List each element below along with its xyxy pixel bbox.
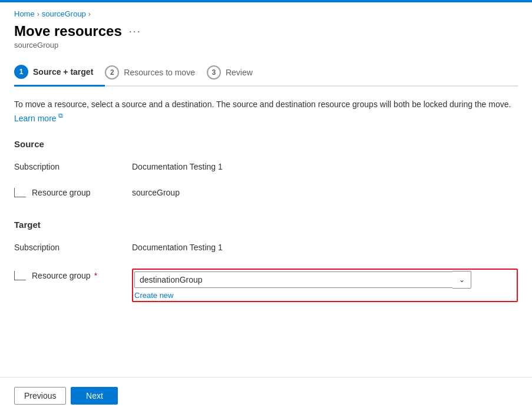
target-resource-group-label-container: Resource group * bbox=[14, 271, 132, 280]
source-section: Source Subscription Documentation Testin… bbox=[14, 139, 518, 203]
wizard-steps: 1 Source + target 2 Resources to move 3 … bbox=[14, 59, 518, 87]
page-header: Move resources ··· bbox=[14, 23, 518, 39]
step-1-circle: 1 bbox=[14, 65, 28, 79]
source-subscription-label: Subscription bbox=[14, 162, 60, 171]
dropdown-input-row: ⌄ bbox=[134, 271, 516, 289]
external-link-icon: ⧉ bbox=[58, 112, 63, 119]
step-3-label: Review bbox=[226, 68, 253, 77]
source-resource-group-value: sourceGroup bbox=[132, 188, 180, 197]
breadcrumb-sep1: › bbox=[37, 10, 39, 18]
next-button[interactable]: Next bbox=[71, 387, 118, 405]
resource-group-dropdown-wrapper: ⌄ Create new bbox=[132, 269, 518, 302]
learn-more-link[interactable]: Learn more ⧉ bbox=[14, 114, 63, 123]
target-resource-group-row: Resource group * ⌄ Create new bbox=[14, 265, 518, 302]
info-text: To move a resource, select a source and … bbox=[14, 98, 518, 125]
breadcrumb-group[interactable]: sourceGroup bbox=[42, 9, 86, 18]
target-subscription-row: Subscription Documentation Testing 1 bbox=[14, 239, 518, 258]
target-subscription-value: Documentation Testing 1 bbox=[132, 243, 223, 252]
required-indicator: * bbox=[94, 271, 97, 280]
source-subscription-row: Subscription Documentation Testing 1 bbox=[14, 158, 518, 177]
page-title: Move resources bbox=[14, 23, 122, 39]
wizard-step-1[interactable]: 1 Source + target bbox=[14, 59, 105, 87]
wizard-step-2[interactable]: 2 Resources to move bbox=[105, 59, 207, 85]
more-options-button[interactable]: ··· bbox=[129, 25, 141, 38]
target-resource-group-label: Resource group bbox=[32, 271, 91, 280]
chevron-down-icon: ⌄ bbox=[459, 276, 465, 284]
dropdown-red-border: ⌄ Create new bbox=[132, 269, 518, 302]
dropdown-chevron-button[interactable]: ⌄ bbox=[452, 271, 471, 289]
indent-line bbox=[14, 188, 26, 197]
indent-line-2 bbox=[14, 271, 26, 280]
resource-group-input[interactable] bbox=[134, 271, 452, 288]
target-heading: Target bbox=[14, 220, 518, 230]
breadcrumb-sep2: › bbox=[88, 10, 91, 18]
footer: Previous Next bbox=[0, 377, 532, 414]
step-3-circle: 3 bbox=[207, 65, 221, 80]
target-subscription-label: Subscription bbox=[14, 243, 60, 252]
breadcrumb-home[interactable]: Home bbox=[14, 9, 35, 18]
source-heading: Source bbox=[14, 139, 518, 149]
previous-button[interactable]: Previous bbox=[14, 387, 66, 405]
source-subscription-value: Documentation Testing 1 bbox=[132, 162, 223, 171]
step-2-label: Resources to move bbox=[124, 68, 195, 77]
create-new-link[interactable]: Create new bbox=[134, 291, 516, 300]
step-1-label: Source + target bbox=[33, 67, 93, 77]
source-resource-group-label-container: Resource group bbox=[14, 188, 132, 197]
source-resource-group-row: Resource group sourceGroup bbox=[14, 184, 518, 203]
breadcrumb: Home › sourceGroup › bbox=[14, 9, 518, 18]
target-section: Target Subscription Documentation Testin… bbox=[14, 220, 518, 302]
wizard-step-3[interactable]: 3 Review bbox=[207, 59, 265, 85]
page-subtitle: sourceGroup bbox=[14, 41, 518, 49]
source-resource-group-label: Resource group bbox=[32, 188, 91, 197]
step-2-circle: 2 bbox=[105, 65, 119, 80]
